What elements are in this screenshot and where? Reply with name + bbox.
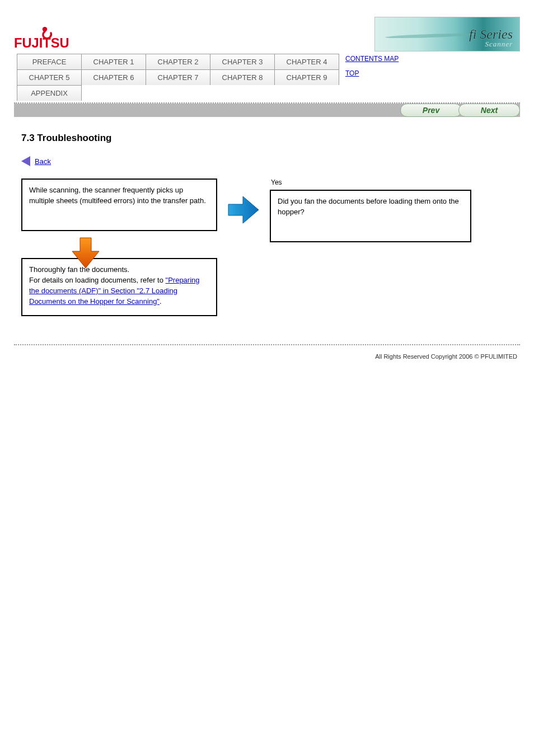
arrow-down-icon (71, 237, 100, 269)
tab-chapter-9[interactable]: CHAPTER 9 (274, 69, 339, 85)
tab-chapter-4[interactable]: CHAPTER 4 (274, 54, 339, 69)
banner-fi: fi Series (469, 27, 513, 42)
svg-text:FUJITSU: FUJITSU (14, 36, 69, 50)
question-2-box: Did you fan the documents before loading… (270, 190, 471, 242)
tab-chapter-6[interactable]: CHAPTER 6 (81, 69, 146, 85)
answer-text-post: . (160, 297, 162, 306)
tab-appendix[interactable]: APPENDIX (17, 85, 82, 101)
next-button[interactable]: Next (458, 104, 520, 117)
tab-preface[interactable]: PREFACE (17, 54, 82, 69)
link-contents-map[interactable]: CONTENTS MAP (345, 55, 399, 63)
product-banner: fi Series Scanner (374, 17, 520, 51)
section-title: 7.3 Troubleshooting (21, 133, 513, 144)
tab-chapter-5[interactable]: CHAPTER 5 (17, 69, 82, 85)
header-links: CONTENTS MAP TOP (345, 54, 399, 77)
back-arrow-icon[interactable] (21, 156, 30, 166)
symptom-box: While scanning, the scanner frequently p… (21, 179, 217, 231)
tab-chapter-1[interactable]: CHAPTER 1 (81, 54, 146, 69)
answer-box: Thoroughly fan the documents.For details… (21, 258, 217, 316)
tab-chapter-8[interactable]: CHAPTER 8 (210, 69, 275, 85)
fujitsu-logo: FUJITSU (14, 24, 76, 51)
yes-label: Yes (271, 179, 471, 186)
arrow-right-icon (227, 195, 260, 224)
tab-chapter-2[interactable]: CHAPTER 2 (146, 54, 210, 69)
link-top[interactable]: TOP (345, 69, 399, 77)
chapter-tabs: PREFACE CHAPTER 1 CHAPTER 2 CHAPTER 3 CH… (17, 54, 339, 101)
footer-copyright: All Rights Reserved Copyright 2006 © PFU… (0, 345, 534, 377)
tab-chapter-3[interactable]: CHAPTER 3 (210, 54, 275, 69)
breadcrumb-bar: Prev Next (14, 104, 520, 117)
back-link[interactable]: Back (35, 157, 51, 166)
tab-chapter-7[interactable]: CHAPTER 7 (146, 69, 210, 85)
prev-button[interactable]: Prev (400, 104, 462, 117)
